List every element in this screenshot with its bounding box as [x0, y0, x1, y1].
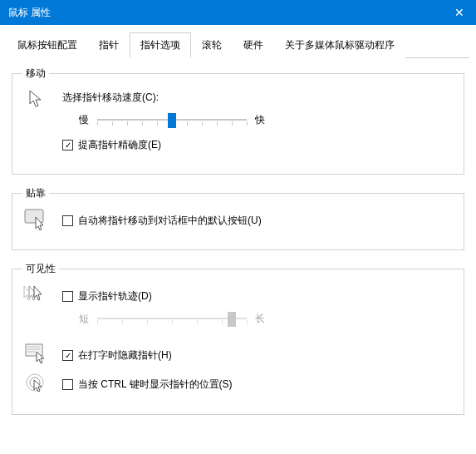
ctrl-locate-checkbox[interactable] [62, 379, 73, 390]
tab-about-driver[interactable]: 关于多媒体鼠标驱动程序 [274, 32, 405, 58]
tab-buttons[interactable]: 鼠标按钮配置 [7, 32, 88, 58]
show-trails-checkbox[interactable] [62, 291, 73, 302]
hide-while-typing-checkbox[interactable] [62, 350, 73, 361]
tab-label: 硬件 [243, 39, 263, 51]
snap-to-button-icon [22, 209, 51, 230]
group-motion: 移动 选择指针移动速度(C): 慢 快 [12, 67, 464, 175]
hide-while-typing-icon [22, 343, 51, 363]
titlebar: 鼠标 属性 ✕ [0, 0, 476, 25]
tab-label: 指针选项 [140, 39, 180, 51]
tab-label: 滚轮 [202, 39, 222, 51]
auto-snap-label: 自动将指针移动到对话框中的默认按钮(U) [78, 214, 262, 228]
trail-short-label: 短 [79, 312, 89, 326]
tab-pointer-options[interactable]: 指针选项 [130, 32, 191, 58]
tab-strip: 鼠标按钮配置 指针 指针选项 滚轮 硬件 关于多媒体鼠标驱动程序 [7, 32, 469, 58]
cursor-arrow-icon [22, 89, 51, 109]
window-title: 鼠标 属性 [8, 6, 443, 20]
ctrl-locate-label: 当按 CTRL 键时显示指针的位置(S) [78, 378, 233, 392]
tab-hardware[interactable]: 硬件 [233, 32, 274, 58]
close-button[interactable]: ✕ [443, 0, 476, 25]
group-visibility-legend: 可见性 [22, 262, 59, 276]
enhance-precision-label: 提高指针精确度(E) [78, 138, 161, 152]
tab-pointers[interactable]: 指针 [88, 32, 130, 58]
tab-label: 指针 [99, 39, 119, 51]
auto-snap-checkbox[interactable] [62, 215, 73, 226]
speed-slider-thumb[interactable] [168, 113, 176, 128]
group-visibility: 可见性 显示指针轨迹(D) 短 [12, 262, 464, 415]
pointer-trails-icon [22, 284, 51, 304]
tab-label: 关于多媒体鼠标驱动程序 [285, 39, 395, 51]
speed-label: 选择指针移动速度(C): [62, 91, 454, 105]
ctrl-locate-icon [22, 373, 51, 396]
speed-slider[interactable] [97, 110, 247, 130]
hide-while-typing-label: 在打字时隐藏指针(H) [78, 348, 172, 363]
close-icon: ✕ [454, 6, 464, 19]
group-snap: 贴靠 自动将指针移动到对话框中的默认按钮(U) [12, 186, 464, 250]
trail-slider [97, 308, 247, 328]
show-trails-label: 显示指针轨迹(D) [78, 289, 152, 303]
speed-slow-label: 慢 [79, 113, 89, 127]
tab-wheel[interactable]: 滚轮 [191, 32, 233, 58]
tab-content: 移动 选择指针移动速度(C): 慢 快 [7, 58, 469, 435]
group-motion-legend: 移动 [22, 67, 49, 81]
dialog-body: 鼠标按钮配置 指针 指针选项 滚轮 硬件 关于多媒体鼠标驱动程序 移动 选择指针… [0, 25, 476, 452]
group-snap-legend: 贴靠 [22, 186, 49, 200]
tab-label: 鼠标按钮配置 [17, 39, 77, 51]
trail-slider-thumb [228, 312, 236, 327]
enhance-precision-checkbox[interactable] [62, 140, 73, 151]
trail-long-label: 长 [255, 312, 265, 326]
speed-fast-label: 快 [255, 113, 265, 127]
svg-rect-0 [25, 210, 43, 223]
